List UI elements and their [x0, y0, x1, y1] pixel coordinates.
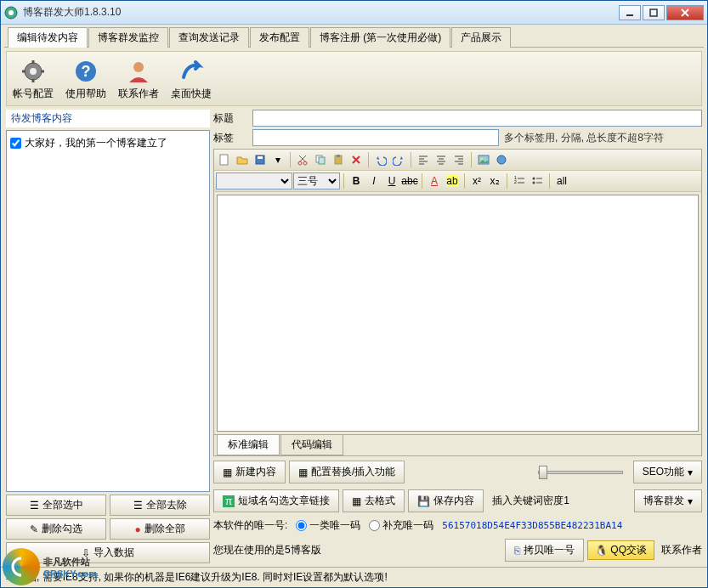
- delete-all-button[interactable]: ●删除全部: [110, 518, 210, 540]
- toolbar-label: 帐号配置: [13, 87, 54, 101]
- copy-icon: ⎘: [514, 545, 520, 557]
- delete-icon[interactable]: [348, 151, 365, 168]
- toolbar-account-config[interactable]: 帐号配置: [9, 54, 57, 103]
- import-data-button[interactable]: ⇩导入数据: [6, 542, 210, 563]
- app-icon: [4, 6, 18, 20]
- tab-publish-config[interactable]: 发布配置: [250, 27, 309, 48]
- copy-serial-button[interactable]: ⎘拷贝唯一号: [505, 539, 584, 562]
- new-doc-icon[interactable]: [216, 151, 233, 168]
- radio-serial-type2[interactable]: 补充唯一码: [369, 518, 433, 533]
- more-icon[interactable]: all: [553, 172, 570, 189]
- align-left-icon[interactable]: [415, 151, 432, 168]
- tab-edit-content[interactable]: 编辑待发内容: [8, 27, 88, 48]
- superscript-icon[interactable]: x²: [468, 172, 485, 189]
- slider-thumb[interactable]: [539, 466, 547, 479]
- save-icon: 💾: [417, 495, 430, 507]
- remove-all-button[interactable]: ☰全部去除: [110, 495, 210, 516]
- font-color-icon[interactable]: A: [426, 172, 443, 189]
- subscript-icon[interactable]: x₂: [486, 172, 503, 189]
- tab-query-log[interactable]: 查询发送记录: [169, 27, 249, 48]
- status-text: 本产品, 需要IE8支持, 如果你的机器是IE6建议升级为IE8. 同时对IE设…: [6, 570, 388, 585]
- image-icon[interactable]: [475, 151, 492, 168]
- align-center-icon[interactable]: [433, 151, 450, 168]
- svg-point-5: [30, 68, 37, 75]
- main-toolbar: 帐号配置 ? 使用帮助 联系作者 桌面快捷: [6, 51, 702, 106]
- import-icon: ⇩: [82, 547, 90, 559]
- sidebar-group-title: 待发博客内容: [6, 110, 210, 127]
- serial-label: 本软件的唯一号:: [213, 518, 287, 533]
- link-icon[interactable]: [493, 151, 510, 168]
- toolbar-help[interactable]: ? 使用帮助: [62, 54, 110, 103]
- list-item-checkbox[interactable]: [10, 138, 21, 149]
- italic-icon[interactable]: I: [365, 172, 382, 189]
- list-item[interactable]: 大家好，我的第一个博客建立了: [10, 134, 206, 152]
- editor-toolbar-1: ▾: [214, 150, 701, 171]
- maximize-button[interactable]: [643, 5, 665, 20]
- svg-text:2: 2: [514, 179, 517, 184]
- seo-button[interactable]: SEO功能 ▾: [633, 461, 702, 483]
- toolbar-shortcut[interactable]: 桌面快捷: [167, 54, 215, 103]
- svg-point-1: [8, 10, 14, 15]
- save-content-button[interactable]: 💾保存内容: [408, 489, 484, 512]
- title-input[interactable]: [252, 110, 702, 127]
- paste-icon[interactable]: [330, 151, 347, 168]
- pending-list[interactable]: 大家好，我的第一个博客建立了: [6, 130, 210, 492]
- editor-textarea[interactable]: [217, 195, 699, 432]
- select-all-button[interactable]: ☰全部选中: [6, 495, 106, 516]
- eraser-icon: ✎: [30, 523, 38, 535]
- tab-blog-register[interactable]: 博客注册 (第一次使用必做): [310, 27, 450, 48]
- contact-author-link[interactable]: 联系作者: [661, 543, 702, 557]
- delete-checked-button[interactable]: ✎删除勾选: [6, 518, 106, 540]
- qq-icon: 🐧: [595, 545, 608, 557]
- help-icon: ?: [72, 58, 99, 85]
- radio-serial-type1[interactable]: 一类唯一码: [296, 518, 360, 533]
- short-domain-button[interactable]: π短域名勾选文章链接: [213, 489, 339, 512]
- minimize-button[interactable]: [619, 5, 641, 20]
- list-icon: ☰: [30, 500, 39, 512]
- tab-product-showcase[interactable]: 产品展示: [451, 27, 511, 48]
- gear-icon: [20, 58, 47, 85]
- bullet-list-icon[interactable]: [529, 172, 546, 189]
- new-content-button[interactable]: ▦新建内容: [213, 461, 286, 483]
- bold-icon[interactable]: B: [348, 172, 365, 189]
- title-label: 标题: [213, 111, 247, 126]
- undo-icon[interactable]: [372, 151, 389, 168]
- highlight-icon[interactable]: ab: [444, 172, 461, 189]
- config-replace-button[interactable]: ▦配置替换/插入功能: [289, 461, 405, 483]
- cut-icon[interactable]: [294, 151, 311, 168]
- font-size-select[interactable]: 三号: [293, 172, 340, 189]
- svg-rect-3: [650, 9, 657, 16]
- save-icon[interactable]: [252, 151, 269, 168]
- doc-icon: ▦: [223, 466, 232, 478]
- density-slider[interactable]: [538, 471, 623, 474]
- align-right-icon[interactable]: [450, 151, 467, 168]
- tags-hint: 多个标签用, 分隔, 总长度不超8字符: [504, 131, 664, 145]
- tab-monitor[interactable]: 博客群发监控: [88, 27, 168, 48]
- strip-format-button[interactable]: ▦去格式: [343, 489, 405, 512]
- underline-icon[interactable]: U: [383, 172, 400, 189]
- svg-rect-13: [220, 155, 228, 165]
- numbered-list-icon[interactable]: 12: [511, 172, 528, 189]
- open-icon[interactable]: [234, 151, 251, 168]
- svg-point-36: [497, 155, 506, 164]
- toolbar-contact-author[interactable]: 联系作者: [115, 54, 162, 103]
- dot-icon: ●: [134, 523, 140, 535]
- close-button[interactable]: [666, 5, 704, 20]
- strike-icon[interactable]: abc: [401, 172, 418, 189]
- blog-publish-button[interactable]: 博客群发 ▾: [634, 489, 702, 512]
- list-item-text: 大家好，我的第一个博客建立了: [25, 136, 167, 150]
- copy-icon[interactable]: [312, 151, 329, 168]
- svg-rect-19: [319, 157, 325, 164]
- list-icon: ☰: [133, 500, 143, 512]
- editor-tab-code[interactable]: 代码编辑: [280, 435, 343, 455]
- redo-icon[interactable]: [390, 151, 407, 168]
- toolbar-label: 联系作者: [118, 87, 159, 101]
- dropdown-icon[interactable]: ▾: [269, 151, 286, 168]
- tags-input[interactable]: [252, 129, 499, 146]
- serial-number: 56157018D54E4F33D855BE482231BA14: [442, 520, 622, 531]
- editor-tab-standard[interactable]: 标准编辑: [217, 435, 280, 455]
- arrow-icon: [178, 58, 205, 85]
- qq-chat-button[interactable]: 🐧QQ交谈: [587, 540, 654, 560]
- window-title: 博客群发大师1.8.3.10: [23, 5, 619, 20]
- font-family-select[interactable]: [216, 172, 292, 189]
